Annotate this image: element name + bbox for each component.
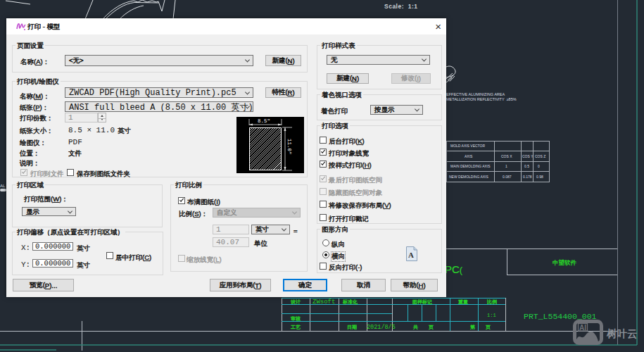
svg-text:A: A xyxy=(408,251,414,259)
svg-text:AI: AI xyxy=(579,324,586,332)
